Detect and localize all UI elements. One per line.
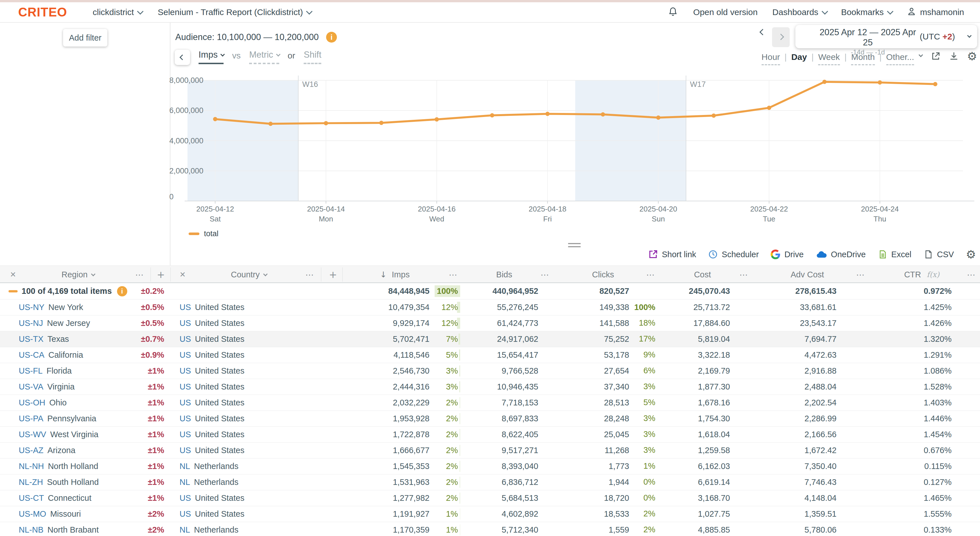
excel-export-button[interactable]: Excel bbox=[878, 249, 912, 259]
add-filter-button[interactable]: Add filter bbox=[63, 29, 107, 46]
shift-selector[interactable]: Shift bbox=[304, 50, 321, 64]
region-code-link[interactable]: US-FL bbox=[19, 366, 43, 376]
country-code-link[interactable]: US bbox=[180, 303, 191, 312]
traffic-line-chart[interactable]: 2025-04-12Sat2025-04-14Mon2025-04-16Wed2… bbox=[168, 68, 980, 227]
region-code-link[interactable]: US-NJ bbox=[19, 319, 43, 328]
table-row[interactable]: US-NJ New Jersey ±0.5% US United States … bbox=[0, 316, 980, 331]
csv-export-button[interactable]: CSV bbox=[923, 249, 954, 259]
user-menu[interactable]: mshamonin bbox=[907, 6, 964, 19]
info-icon[interactable]: i bbox=[326, 32, 337, 43]
ctr-column-menu-icon[interactable]: ⋯ bbox=[967, 266, 976, 283]
collapse-chart-button[interactable] bbox=[175, 50, 190, 65]
region-code-link[interactable]: NL-ZH bbox=[19, 477, 43, 487]
table-row[interactable]: US-TX Texas ±0.7% US United States 5,702… bbox=[0, 331, 980, 347]
table-row[interactable]: US-MO Missouri ±2% US United States 1,19… bbox=[0, 506, 980, 522]
table-row[interactable]: US-PA Pennsylvania ±1% US United States … bbox=[0, 411, 980, 427]
table-row[interactable]: US-OH Ohio ±1% US United States 2,032,22… bbox=[0, 395, 980, 411]
country-code-link[interactable]: US bbox=[180, 335, 191, 344]
chart-settings-gear-icon[interactable]: ⚙ bbox=[967, 51, 977, 62]
clicks-column-menu-icon[interactable]: ⋯ bbox=[646, 266, 655, 283]
table-row[interactable]: US-NY New York ±0.5% US United States 10… bbox=[0, 300, 980, 316]
table-summary-row[interactable]: 100 of 4,169 total items i ±0.2% 84,448,… bbox=[0, 283, 980, 300]
open-in-new-icon[interactable] bbox=[931, 51, 941, 61]
remove-region-column-icon[interactable]: ✕ bbox=[10, 266, 16, 283]
country-code-link[interactable]: US bbox=[180, 319, 191, 328]
country-code-link[interactable]: US bbox=[180, 350, 191, 360]
region-code-link[interactable]: US-MO bbox=[19, 509, 46, 519]
region-code-link[interactable]: US-TX bbox=[19, 335, 43, 344]
table-row[interactable]: US-WV West Virginia ±1% US United States… bbox=[0, 427, 980, 442]
region-code-link[interactable]: NL-NH bbox=[19, 461, 44, 471]
google-drive-export-button[interactable]: Drive bbox=[771, 249, 803, 259]
dashboards-menu[interactable]: Dashboards bbox=[772, 7, 826, 17]
region-code-link[interactable]: US-WV bbox=[19, 430, 46, 439]
notifications-bell-icon[interactable] bbox=[668, 6, 678, 18]
region-code-link[interactable]: US-CT bbox=[19, 493, 44, 503]
table-row[interactable]: US-CT Connecticut ±1% US United States 1… bbox=[0, 490, 980, 506]
date-range-picker[interactable]: 2025 Apr 12 — 2025 Apr 25 -14d — -1d (UT… bbox=[795, 25, 977, 48]
country-code-link[interactable]: US bbox=[180, 509, 191, 519]
table-row[interactable]: NL-NB North Brabant ±2% NL Netherlands 1… bbox=[0, 522, 980, 536]
table-settings-gear-icon[interactable]: ⚙ bbox=[966, 249, 976, 260]
country-code-link[interactable]: US bbox=[180, 446, 191, 455]
account-selector[interactable]: clickdistrict bbox=[92, 7, 142, 17]
region-code-link[interactable]: US-VA bbox=[19, 382, 43, 392]
date-prev-button[interactable] bbox=[760, 30, 765, 35]
onedrive-export-button[interactable]: OneDrive bbox=[816, 249, 866, 259]
ctr-column-header[interactable]: CTR f(x) bbox=[904, 266, 939, 283]
compare-metric-selector[interactable]: Metric bbox=[249, 50, 279, 64]
table-row[interactable]: US-VA Virginia ±1% US United States 2,44… bbox=[0, 379, 980, 395]
table-row[interactable]: US-FL Florida ±1% US United States 2,546… bbox=[0, 363, 980, 379]
region-code-link[interactable]: US-NY bbox=[19, 303, 44, 312]
country-column-header[interactable]: Country bbox=[231, 266, 266, 283]
country-code-link[interactable]: US bbox=[180, 382, 191, 392]
region-code-link[interactable]: US-CA bbox=[19, 350, 44, 360]
open-old-version-link[interactable]: Open old version bbox=[693, 7, 757, 17]
adv-cost-column-menu-icon[interactable]: ⋯ bbox=[856, 266, 865, 283]
granularity-hour[interactable]: Hour bbox=[762, 52, 780, 65]
region-code-link[interactable]: US-AZ bbox=[19, 446, 43, 455]
granularity-week[interactable]: Week bbox=[818, 52, 840, 65]
short-link-button[interactable]: Short link bbox=[648, 249, 696, 259]
adv-cost-column-header[interactable]: Adv Cost bbox=[791, 266, 824, 283]
table-row[interactable]: US-CA California ±0.9% US United States … bbox=[0, 347, 980, 363]
granularity-other[interactable]: Other... bbox=[886, 52, 914, 65]
report-selector[interactable]: Selenium - Traffic Report (Clickdistrict… bbox=[158, 7, 311, 17]
country-code-link[interactable]: US bbox=[180, 366, 191, 376]
table-row[interactable]: NL-NH North Holland ±1% NL Netherlands 1… bbox=[0, 458, 980, 474]
download-icon[interactable] bbox=[949, 51, 959, 61]
legend-label-total[interactable]: total bbox=[204, 229, 218, 238]
scheduler-button[interactable]: Scheduler bbox=[708, 249, 759, 259]
country-code-link[interactable]: US bbox=[180, 430, 191, 439]
bids-column-menu-icon[interactable]: ⋯ bbox=[541, 266, 550, 283]
granularity-day[interactable]: Day bbox=[791, 52, 807, 64]
region-code-link[interactable]: US-PA bbox=[19, 414, 43, 423]
granularity-month[interactable]: Month bbox=[851, 52, 875, 65]
country-code-link[interactable]: US bbox=[180, 493, 191, 503]
country-code-link[interactable]: US bbox=[180, 414, 191, 423]
clicks-column-header[interactable]: Clicks bbox=[592, 266, 614, 283]
region-code-link[interactable]: US-OH bbox=[19, 398, 45, 408]
metric-selector[interactable]: Imps bbox=[199, 50, 224, 64]
cost-column-menu-icon[interactable]: ⋯ bbox=[740, 266, 748, 283]
country-code-link[interactable]: NL bbox=[180, 461, 190, 471]
bids-column-header[interactable]: Bids bbox=[496, 266, 512, 283]
table-row[interactable]: US-AZ Arizona ±1% US United States 1,666… bbox=[0, 442, 980, 458]
region-column-menu-icon[interactable]: ⋯ bbox=[135, 266, 144, 283]
chart-resize-handle[interactable] bbox=[568, 243, 581, 249]
imps-column-menu-icon[interactable]: ⋯ bbox=[449, 266, 458, 283]
country-column-menu-icon[interactable]: ⋯ bbox=[305, 266, 315, 283]
add-dimension-button[interactable]: + bbox=[329, 266, 337, 283]
cost-column-header[interactable]: Cost bbox=[694, 266, 711, 283]
date-next-button[interactable] bbox=[772, 27, 790, 47]
table-row[interactable]: NL-ZH South Holland ±1% NL Netherlands 1… bbox=[0, 474, 980, 490]
region-code-link[interactable]: NL-NB bbox=[19, 525, 43, 534]
country-code-link[interactable]: NL bbox=[180, 525, 190, 534]
imps-column-header[interactable]: ↓ Imps bbox=[380, 266, 410, 283]
bookmarks-menu[interactable]: Bookmarks bbox=[841, 7, 892, 17]
country-code-link[interactable]: US bbox=[180, 398, 191, 408]
remove-country-column-icon[interactable]: ✕ bbox=[180, 266, 186, 283]
country-code-link[interactable]: NL bbox=[180, 477, 190, 487]
add-dimension-button[interactable]: + bbox=[157, 266, 165, 283]
region-column-header[interactable]: Region bbox=[62, 266, 94, 283]
